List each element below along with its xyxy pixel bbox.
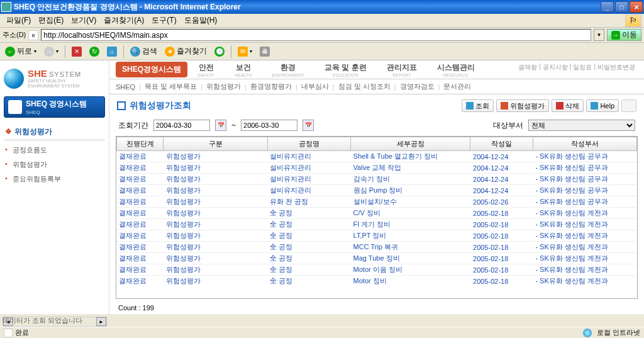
table-row[interactable]: 결재완료위험성평가설비유지관리감속기 정비2004-12-24- SK유화 생산… <box>116 174 637 185</box>
topnav-tab[interactable]: 관리지표REPORT <box>377 62 427 77</box>
table-row[interactable]: 결재완료위험성평가全 공정FI 게기 정비2005-02-18- SK유화 생산… <box>116 219 637 230</box>
app-icon <box>1 2 11 12</box>
sidebar: SHE SYSTEM SAFETY HEALTHY ENVIRONMENT SY… <box>0 60 109 314</box>
column-header[interactable]: 작성부서 <box>533 137 636 151</box>
sheq-system-button[interactable]: SHEQ 경영시스템 SHEQ <box>4 96 105 118</box>
stop-icon: ✕ <box>72 47 82 57</box>
refresh-button[interactable]: ↻ <box>87 45 102 59</box>
util-sep: | <box>539 63 541 72</box>
date-from-input[interactable] <box>153 120 210 131</box>
table-row[interactable]: 결재완료위험성평가설비유지관리Valve 교체 작업2004-12-24- SK… <box>116 162 637 174</box>
menu-item[interactable]: 도움말(H) <box>180 14 221 27</box>
calendar-to-icon[interactable]: 📅 <box>303 120 314 131</box>
table-row[interactable]: 결재완료위험성평가全 공정Motor 이음 정비2005-02-18- SK유화… <box>116 264 637 276</box>
favorites-button[interactable]: ★즐겨찾기 <box>162 45 209 59</box>
ie-logo-icon: 🏳 <box>625 14 641 27</box>
mail-button[interactable]: ✉▾ <box>235 45 255 59</box>
column-header[interactable]: 진행단계 <box>117 137 164 151</box>
subnav-item[interactable]: 점검 및 시정조치 <box>338 82 391 91</box>
menu-item[interactable]: 편집(E) <box>35 14 67 27</box>
menu-item[interactable]: 파일(F) <box>3 14 35 27</box>
table-row[interactable]: 결재완료위험성평가全 공정Mag Tube 정비2005-02-18- SK유화… <box>116 253 637 264</box>
mail-icon: ✉ <box>238 47 248 57</box>
grid-body-table: 결재완료위험성평가설비유지관리Shell & Tube 열교환기 정비2004-… <box>116 151 637 284</box>
home-icon: ⌂ <box>107 47 117 57</box>
toolbar: ←뒤로▾ →▾ ✕ ↻ ⌂ 🔍검색 ★즐겨찾기 🕓 ✉▾ 🖶 <box>0 43 644 60</box>
util-sep: | <box>570 63 572 72</box>
page-title-row: 위험성평가조회 조회 위험성평가 삭제 Help <box>109 94 644 117</box>
history-button[interactable]: 🕓 <box>212 45 227 59</box>
date-to-input[interactable] <box>241 120 297 131</box>
util-link[interactable]: 일정표 <box>573 63 592 72</box>
back-button[interactable]: ←뒤로▾ <box>3 45 39 59</box>
close-button[interactable]: ✕ <box>630 1 643 13</box>
table-row[interactable]: 결재완료위험성평가全 공정Motor 정비2005-02-18- SK유화 생산… <box>116 276 637 285</box>
minimize-button[interactable]: _ <box>601 1 614 13</box>
action-query[interactable]: 조회 <box>462 99 494 112</box>
table-row[interactable]: 결재완료위험성평가설비유지관리원심 Pump 정비2004-12-24- SK유… <box>116 185 637 196</box>
forward-button[interactable]: →▾ <box>42 45 61 59</box>
subnav-item[interactable]: 환경영향평가 <box>250 82 292 91</box>
stop-button[interactable]: ✕ <box>69 45 84 59</box>
page-actions: 조회 위험성평가 삭제 Help <box>462 99 636 112</box>
table-row[interactable]: 결재완료위험성평가全 공정LT,PT 정비2005-02-18- SK유화 생산… <box>116 230 637 242</box>
topnav-tab[interactable]: 시스템관리RESOURCE <box>427 62 485 77</box>
subnav-item[interactable]: 위험성평가 <box>206 82 241 91</box>
menu-item[interactable]: 즐겨찾기(A) <box>100 14 148 27</box>
print-button[interactable]: 🖶 <box>257 45 272 59</box>
menu-item[interactable]: 보기(V) <box>67 14 100 27</box>
address-bar: 주소(D) e ▼ →이동 <box>0 28 644 43</box>
table-row[interactable]: 결재완료위험성평가설비유지관리Shell & Tube 열교환기 정비2004-… <box>116 151 637 162</box>
subnav-item[interactable]: 문서관리 <box>443 82 471 91</box>
subnav-item[interactable]: 목표 및 세부목표 <box>145 82 197 91</box>
topnav-tab[interactable]: 보건HEALTH <box>225 62 262 77</box>
util-link[interactable]: 비밀번호변경 <box>597 63 635 72</box>
action-riskassess[interactable]: 위험성평가 <box>496 99 549 112</box>
util-link[interactable]: 공지사항 <box>543 63 568 72</box>
loading-status: 데이터가 조회 되었습니다 <box>3 316 82 325</box>
grid-header-table: 진행단계구분공정명세부공정작성일작성부서 <box>116 137 637 151</box>
nav-section-title: ❖위험성평가 <box>4 124 105 140</box>
refresh-icon: ↻ <box>89 47 99 57</box>
page-content: SHE SYSTEM SAFETY HEALTHY ENVIRONMENT SY… <box>0 60 644 314</box>
action-help[interactable]: Help <box>586 99 619 112</box>
dept-label: 대상부서 <box>493 120 523 131</box>
nav-item[interactable]: 중요위험등록부 <box>4 172 105 186</box>
calendar-from-icon[interactable]: 📅 <box>215 120 226 131</box>
maximize-button[interactable]: □ <box>615 1 628 13</box>
column-header[interactable]: 세부공정 <box>351 137 470 151</box>
topnav-tab[interactable]: 환경ENVIRONMENT <box>262 62 314 77</box>
go-button[interactable]: →이동 <box>607 29 641 41</box>
scroll-right-button[interactable]: ► <box>96 317 106 326</box>
subnav-item[interactable]: 내부심사 <box>301 82 329 91</box>
back-icon: ← <box>5 47 15 57</box>
subnav-item[interactable]: 경영자검토 <box>400 82 435 91</box>
nav-item[interactable]: 공정흐름도 <box>4 143 105 157</box>
menu-item[interactable]: 도구(T) <box>148 14 180 27</box>
topnav-tab[interactable]: 교육 및 훈련EDUCATION <box>314 62 377 77</box>
topnav-tab[interactable]: SHEQ경영시스템 <box>116 62 187 77</box>
main-area: 결재함|공지사항|일정표|비밀번호변경 SHEQ경영시스템안전SAFETY보건H… <box>109 60 644 314</box>
util-link[interactable]: 결재함 <box>518 63 537 72</box>
address-input[interactable] <box>41 29 591 41</box>
table-row[interactable]: 결재완료위험성평가全 공정C/V 정비2005-02-18- SK유화 생산팀 … <box>116 208 637 219</box>
topnav-tab[interactable]: 안전SAFETY <box>187 62 225 77</box>
address-dropdown[interactable]: ▼ <box>594 29 604 41</box>
subnav-item[interactable]: SHEQ <box>116 83 135 91</box>
action-delete[interactable]: 삭제 <box>552 99 584 112</box>
grid-body-scroll[interactable]: 결재완료위험성평가설비유지관리Shell & Tube 열교환기 정비2004-… <box>116 151 637 284</box>
help-icon <box>591 102 598 110</box>
column-header[interactable]: 구분 <box>164 137 267 151</box>
nav-item[interactable]: 위험성평가 <box>4 157 105 172</box>
status-right: 로컬 인트라넷 <box>597 328 640 337</box>
home-button[interactable]: ⌂ <box>104 45 119 59</box>
search-button[interactable]: 🔍검색 <box>128 45 160 59</box>
table-row[interactable]: 결재완료위험성평가유화 전 공정설비설치/보수2005-02-26- SK유화 … <box>116 196 637 208</box>
history-icon: 🕓 <box>214 47 225 57</box>
column-header[interactable]: 작성일 <box>470 137 533 151</box>
dept-select[interactable]: 전체 <box>528 120 635 131</box>
column-header[interactable]: 공정명 <box>267 137 350 151</box>
page-title-icon <box>117 101 126 110</box>
table-row[interactable]: 결재완료위험성평가全 공정MCC Trip 복귀2005-02-18- SK유화… <box>116 242 637 253</box>
data-grid: 진행단계구분공정명세부공정작성일작성부서 결재완료위험성평가설비유지관리Shel… <box>116 136 638 299</box>
